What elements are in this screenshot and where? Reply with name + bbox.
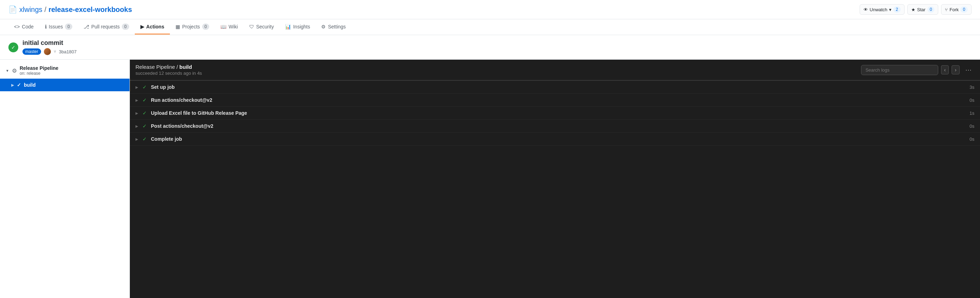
branch-badge[interactable]: master <box>22 48 41 55</box>
star-button[interactable]: ★ Star 0 <box>907 4 939 15</box>
tab-security[interactable]: 🛡 Security <box>243 20 280 34</box>
tab-settings-label: Settings <box>328 24 346 29</box>
unwatch-label: Unwatch <box>870 7 888 12</box>
prev-log-button[interactable]: ‹ <box>941 65 949 75</box>
more-options-button[interactable]: ⋯ <box>963 65 974 75</box>
projects-badge: 0 <box>202 24 210 30</box>
commit-title: initial commit <box>22 39 76 47</box>
log-step[interactable]: ▶ ✓ Post actions/checkout@v2 0s <box>130 120 980 133</box>
job-label: build <box>24 82 35 88</box>
commit-status-icon: ✓ <box>8 43 18 52</box>
issues-icon: ℹ <box>45 24 47 29</box>
commit-hash[interactable]: 3ba1807 <box>59 49 77 54</box>
log-status-text: succeeded 12 seconds ago in 4s <box>135 70 202 76</box>
step-expand-icon: ▶ <box>135 137 138 141</box>
unwatch-button[interactable]: 👁 Unwatch ▾ 2 <box>860 4 905 15</box>
fork-label: Fork <box>950 7 959 12</box>
chevron-down-icon: ▾ <box>889 7 891 12</box>
step-check-icon: ✓ <box>143 97 147 103</box>
step-expand-icon: ▶ <box>135 98 138 102</box>
step-duration: 0s <box>969 97 974 103</box>
step-duration: 0s <box>969 124 974 129</box>
workflow-name: Release Pipeline <box>20 65 59 71</box>
unwatch-count: 2 <box>893 6 900 13</box>
log-step[interactable]: ▶ ✓ Run actions/checkout@v2 0s <box>130 94 980 107</box>
workflow-label: Release Pipeline on: release <box>20 65 59 76</box>
tab-actions-label: Actions <box>146 24 164 29</box>
log-job-name: build <box>179 64 192 70</box>
next-log-button[interactable]: › <box>951 65 959 75</box>
tab-projects-label: Projects <box>182 24 200 29</box>
actions-play-icon: ▶ <box>140 24 144 29</box>
tab-issues[interactable]: ℹ Issues 0 <box>39 19 78 35</box>
settings-icon: ⚙ <box>321 24 326 29</box>
log-steps: ▶ ✓ Set up job 3s ▶ ✓ Run actions/checko… <box>130 81 980 298</box>
tab-wiki[interactable]: 📖 Wiki <box>215 20 243 34</box>
pr-icon: ⎇ <box>84 24 89 29</box>
log-header: Release Pipeline / build succeeded 12 se… <box>130 60 980 80</box>
commit-info: initial commit master ⑂ 3ba1807 <box>22 39 76 55</box>
step-duration: 1s <box>969 111 974 116</box>
search-logs-input[interactable] <box>861 65 938 75</box>
log-panel: Release Pipeline / build succeeded 12 se… <box>130 60 980 298</box>
job-item-build[interactable]: ▶ ✓ build <box>0 79 129 91</box>
step-expand-icon: ▶ <box>135 85 138 89</box>
workflow-item[interactable]: ▼ ⚙ Release Pipeline on: release <box>0 62 129 79</box>
commit-meta: master ⑂ 3ba1807 <box>22 48 76 55</box>
commit-link-icon: ⑂ <box>54 49 56 54</box>
repo-header: 📄 xlwings / release-excel-workbooks 👁 Un… <box>0 0 980 19</box>
fork-button[interactable]: ⑂ Fork 0 <box>941 4 972 15</box>
log-title: Release Pipeline / build <box>135 64 202 70</box>
star-label: Star <box>917 7 926 12</box>
security-icon: 🛡 <box>249 24 254 29</box>
avatar <box>44 48 51 55</box>
projects-icon: ▦ <box>175 24 180 29</box>
code-icon: <> <box>14 24 20 29</box>
sidebar: ▼ ⚙ Release Pipeline on: release ▶ ✓ bui… <box>0 60 130 298</box>
tab-insights-label: Insights <box>293 24 310 29</box>
tab-actions[interactable]: ▶ Actions <box>135 20 170 34</box>
tab-code-label: Code <box>22 24 33 29</box>
step-duration: 3s <box>969 84 974 90</box>
tab-settings[interactable]: ⚙ Settings <box>315 20 352 34</box>
step-name: Run actions/checkout@v2 <box>151 97 965 103</box>
workflow-trigger: on: release <box>20 71 59 76</box>
star-count: 0 <box>928 6 935 13</box>
expand-icon: ▼ <box>6 69 9 73</box>
log-step[interactable]: ▶ ✓ Set up job 3s <box>130 81 980 94</box>
repo-title: 📄 xlwings / release-excel-workbooks <box>8 5 132 14</box>
repo-name-link[interactable]: release-excel-workbooks <box>48 6 132 14</box>
workflow-icon: ⚙ <box>12 67 17 74</box>
tab-insights[interactable]: 📊 Insights <box>279 20 315 34</box>
star-icon: ★ <box>911 7 915 12</box>
tab-issues-label: Issues <box>49 24 63 29</box>
org-name-link[interactable]: xlwings <box>19 6 43 14</box>
step-check-icon: ✓ <box>143 84 147 90</box>
step-name: Set up job <box>151 84 965 90</box>
step-check-icon: ✓ <box>143 123 147 129</box>
nav-tabs: <> Code ℹ Issues 0 ⎇ Pull requests 0 ▶ A… <box>0 19 980 35</box>
job-check-icon: ✓ <box>17 82 21 88</box>
log-step[interactable]: ▶ ✓ Complete job 0s <box>130 133 980 146</box>
log-breadcrumb: Release Pipeline / <box>135 64 178 70</box>
issues-badge: 0 <box>65 24 72 30</box>
commit-bar: ✓ initial commit master ⑂ 3ba1807 <box>0 35 980 60</box>
tab-security-label: Security <box>256 24 274 29</box>
step-expand-icon: ▶ <box>135 124 138 128</box>
pr-badge: 0 <box>122 24 129 30</box>
log-step[interactable]: ▶ ✓ Upload Excel file to GitHub Release … <box>130 107 980 120</box>
tab-code[interactable]: <> Code <box>8 20 39 34</box>
step-name: Upload Excel file to GitHub Release Page <box>151 110 965 116</box>
tab-wiki-label: Wiki <box>229 24 238 29</box>
log-title-area: Release Pipeline / build succeeded 12 se… <box>135 64 202 76</box>
tab-projects[interactable]: ▦ Projects 0 <box>170 19 215 35</box>
insights-icon: 📊 <box>285 24 291 29</box>
log-controls: ‹ › ⋯ <box>861 65 974 75</box>
step-check-icon: ✓ <box>143 110 147 116</box>
eye-icon: 👁 <box>864 7 868 12</box>
step-name: Complete job <box>151 136 965 142</box>
tab-pull-requests[interactable]: ⎇ Pull requests 0 <box>78 19 135 35</box>
job-expand-icon: ▶ <box>11 83 14 87</box>
fork-count: 0 <box>960 6 968 13</box>
page-icon: 📄 <box>8 5 17 14</box>
